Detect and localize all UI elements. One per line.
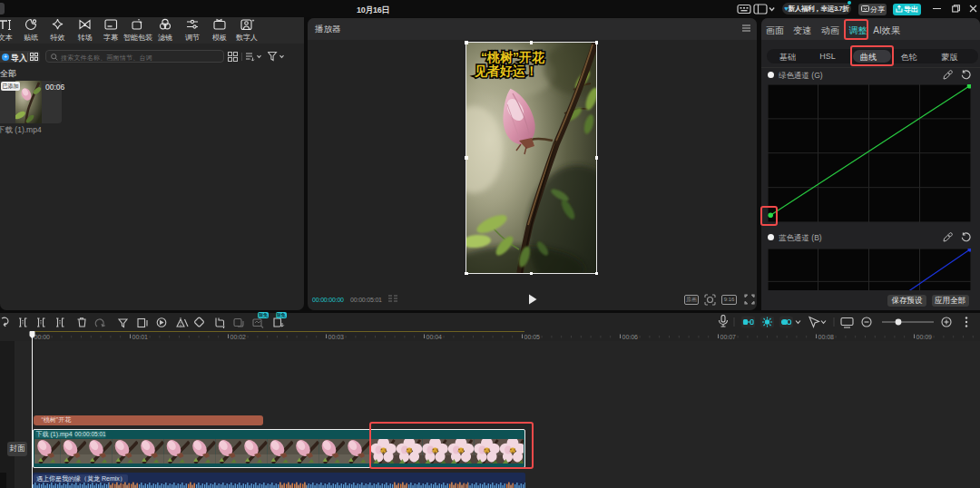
svg-text:见者好运！: 见者好运！ <box>474 63 538 78</box>
